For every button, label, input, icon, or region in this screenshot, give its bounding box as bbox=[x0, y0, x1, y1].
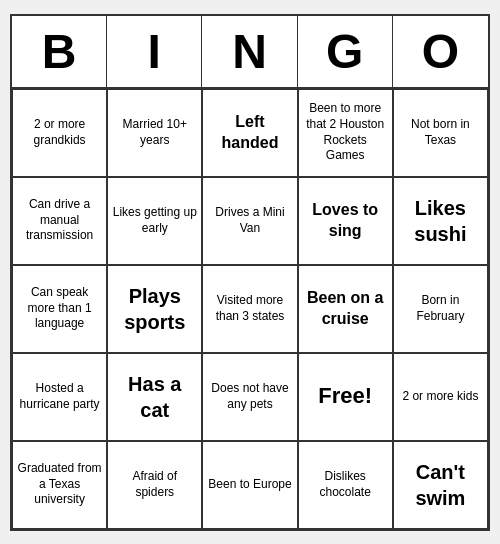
bingo-cell-7[interactable]: Drives a Mini Van bbox=[202, 177, 297, 265]
bingo-letter-i: I bbox=[107, 16, 202, 87]
bingo-cell-12[interactable]: Visited more than 3 states bbox=[202, 265, 297, 353]
bingo-cell-16[interactable]: Has a cat bbox=[107, 353, 202, 441]
bingo-cell-4[interactable]: Not born in Texas bbox=[393, 89, 488, 177]
bingo-cell-11[interactable]: Plays sports bbox=[107, 265, 202, 353]
bingo-cell-3[interactable]: Been to more that 2 Houston Rockets Game… bbox=[298, 89, 393, 177]
bingo-cell-21[interactable]: Afraid of spiders bbox=[107, 441, 202, 529]
bingo-cell-10[interactable]: Can speak more than 1 language bbox=[12, 265, 107, 353]
bingo-card: BINGO 2 or more grandkidsMarried 10+ yea… bbox=[10, 14, 490, 531]
bingo-cell-22[interactable]: Been to Europe bbox=[202, 441, 297, 529]
bingo-grid: 2 or more grandkidsMarried 10+ yearsLeft… bbox=[12, 89, 488, 529]
bingo-cell-17[interactable]: Does not have any pets bbox=[202, 353, 297, 441]
bingo-cell-0[interactable]: 2 or more grandkids bbox=[12, 89, 107, 177]
bingo-letter-g: G bbox=[298, 16, 393, 87]
bingo-header: BINGO bbox=[12, 16, 488, 89]
bingo-letter-o: O bbox=[393, 16, 488, 87]
bingo-cell-14[interactable]: Born in February bbox=[393, 265, 488, 353]
bingo-cell-6[interactable]: Likes getting up early bbox=[107, 177, 202, 265]
bingo-letter-n: N bbox=[202, 16, 297, 87]
bingo-cell-18[interactable]: Free! bbox=[298, 353, 393, 441]
bingo-cell-9[interactable]: Likes sushi bbox=[393, 177, 488, 265]
bingo-cell-2[interactable]: Left handed bbox=[202, 89, 297, 177]
bingo-cell-23[interactable]: Dislikes chocolate bbox=[298, 441, 393, 529]
bingo-letter-b: B bbox=[12, 16, 107, 87]
bingo-cell-24[interactable]: Can't swim bbox=[393, 441, 488, 529]
bingo-cell-8[interactable]: Loves to sing bbox=[298, 177, 393, 265]
bingo-cell-20[interactable]: Graduated from a Texas university bbox=[12, 441, 107, 529]
bingo-cell-1[interactable]: Married 10+ years bbox=[107, 89, 202, 177]
bingo-cell-19[interactable]: 2 or more kids bbox=[393, 353, 488, 441]
bingo-cell-13[interactable]: Been on a cruise bbox=[298, 265, 393, 353]
bingo-cell-5[interactable]: Can drive a manual transmission bbox=[12, 177, 107, 265]
bingo-cell-15[interactable]: Hosted a hurricane party bbox=[12, 353, 107, 441]
